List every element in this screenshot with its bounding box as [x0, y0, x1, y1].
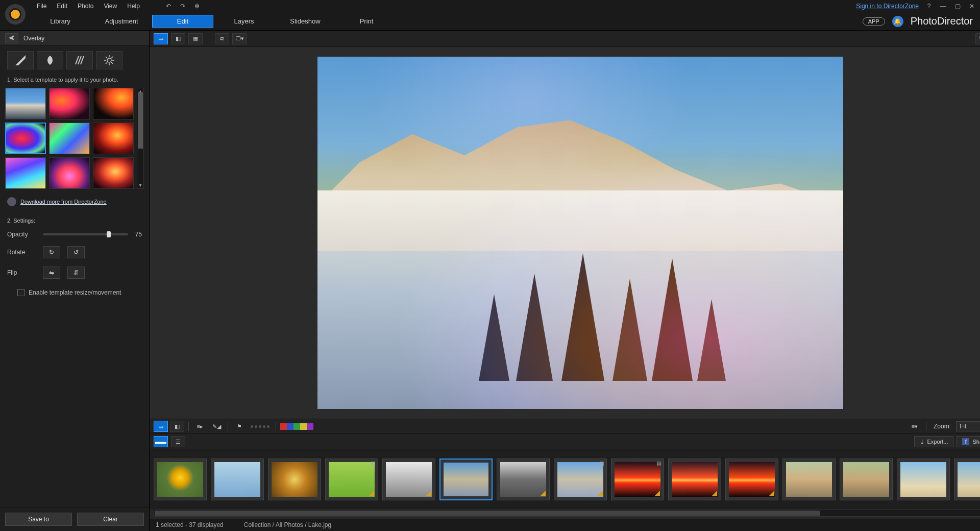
save-to-button[interactable]: Save to — [5, 513, 72, 526]
flip-horizontal-button[interactable]: ⇋ — [43, 267, 60, 279]
brand-label: PhotoDirector — [911, 15, 973, 27]
thumbnail-12[interactable] — [840, 458, 893, 500]
share-button[interactable]: f Share... ▾ — [957, 436, 980, 447]
notification-icon[interactable]: 🔔 — [892, 16, 903, 27]
maximize-icon[interactable]: ▢ — [953, 2, 962, 10]
rotate-ccw-button[interactable]: ↺ — [67, 246, 85, 258]
facebook-icon: f — [962, 438, 969, 445]
color-swatch-2[interactable] — [293, 423, 300, 430]
color-swatch-3[interactable] — [300, 423, 307, 430]
thumbnail-0[interactable] — [154, 458, 207, 500]
menu-help[interactable]: Help — [123, 2, 144, 11]
thumbnail-8[interactable]: ▤ — [611, 458, 664, 500]
template-2[interactable] — [93, 88, 134, 119]
zoom-select[interactable]: Fit — [956, 421, 980, 431]
template-8[interactable] — [93, 157, 134, 189]
scroll-thumb[interactable] — [138, 92, 143, 149]
view-grid-button[interactable]: ▦ — [188, 33, 203, 44]
thumbnail-11[interactable] — [782, 458, 836, 500]
menu-view[interactable]: View — [100, 2, 121, 11]
thumbnail-3[interactable]: ▤ — [325, 458, 378, 500]
step1-label: 1. Select a template to apply it to your… — [0, 75, 149, 88]
signin-link[interactable]: Sign in to DirectorZone — [856, 3, 919, 10]
export-button[interactable]: ⤓ Export... — [914, 436, 954, 447]
thumbnail-4[interactable] — [382, 458, 435, 500]
thumbnail-10[interactable] — [725, 458, 778, 500]
thumbnail-6[interactable] — [497, 458, 550, 500]
template-4[interactable] — [49, 123, 90, 154]
canvas[interactable] — [150, 47, 980, 419]
undo-icon[interactable]: ↶ — [164, 2, 173, 10]
flag-icon[interactable]: ⚑ — [232, 421, 247, 432]
display-mode-button[interactable]: 🖵▾ — [232, 33, 247, 44]
enable-resize-checkbox[interactable] — [17, 289, 24, 296]
tab-layers[interactable]: Layers — [213, 15, 275, 28]
list-mode-button[interactable]: ☰ — [171, 436, 185, 447]
minimize-icon[interactable]: — — [939, 2, 947, 10]
close-icon[interactable]: ✕ — [968, 2, 976, 10]
menu-photo[interactable]: Photo — [74, 2, 97, 11]
sort-icon[interactable]: ≡▾ — [908, 421, 922, 432]
tool-light-leak[interactable] — [7, 51, 34, 69]
app-logo — [5, 4, 26, 25]
redo-icon[interactable]: ↷ — [179, 2, 187, 10]
app-pill[interactable]: APP — [863, 17, 885, 26]
filmstrip-scrollbar[interactable] — [154, 510, 980, 517]
tool-scratch[interactable] — [66, 51, 93, 69]
template-scrollbar[interactable]: ▲ ▼ — [137, 88, 144, 189]
opacity-label: Opacity — [7, 231, 36, 238]
crop-icon[interactable]: ✎◢ — [209, 421, 224, 432]
help-icon[interactable]: ? — [925, 2, 933, 10]
zoom-tool-button[interactable]: 🔍 — [975, 33, 980, 44]
template-0[interactable] — [5, 88, 46, 119]
color-labels[interactable] — [280, 423, 313, 430]
rating-dots[interactable] — [251, 425, 270, 428]
menu-edit[interactable]: Edit — [53, 2, 71, 11]
step2-label: 2. Settings: — [7, 218, 142, 224]
flip-vertical-button[interactable]: ⇵ — [67, 267, 85, 279]
tab-slideshow[interactable]: Slideshow — [275, 15, 336, 28]
clear-button[interactable]: Clear — [77, 513, 144, 526]
secondary-display-button[interactable]: ⧉ — [215, 33, 229, 44]
tab-library[interactable]: Library — [30, 15, 91, 28]
thumbnail-13[interactable] — [897, 458, 950, 500]
export-label: Export... — [927, 439, 948, 445]
thumbnail-1[interactable] — [211, 458, 264, 500]
thumbnail-2[interactable] — [268, 458, 321, 500]
view-single-button[interactable]: ▭ — [154, 33, 168, 44]
tab-print[interactable]: Print — [336, 15, 397, 28]
tool-grunge[interactable] — [37, 51, 63, 69]
scroll-down-icon[interactable]: ▼ — [137, 182, 143, 188]
view-compare-button[interactable]: ◧ — [171, 33, 185, 44]
tab-edit[interactable]: Edit — [152, 15, 213, 28]
opacity-slider[interactable] — [43, 233, 128, 235]
color-swatch-0[interactable] — [280, 423, 287, 430]
histogram-icon[interactable]: ≡▸ — [193, 421, 207, 432]
template-6[interactable] — [5, 157, 46, 189]
template-7[interactable] — [49, 157, 90, 189]
tool-lens-flare[interactable] — [96, 51, 122, 69]
filmstrip[interactable]: ▤▤▤ — [150, 449, 980, 510]
zoom-label: Zoom: — [934, 423, 951, 430]
template-5[interactable] — [93, 123, 134, 154]
before-after-split-button[interactable]: ◧ — [170, 421, 184, 432]
color-swatch-1[interactable] — [287, 423, 293, 430]
opacity-value: 75 — [135, 231, 142, 238]
back-button[interactable]: ⮜ — [5, 33, 18, 43]
template-grid — [5, 88, 134, 189]
template-1[interactable] — [49, 88, 90, 119]
filmstrip-mode-button[interactable]: ▬▬ — [154, 436, 168, 447]
thumbnail-14[interactable] — [954, 458, 980, 500]
thumbnail-7[interactable]: ▤ — [554, 458, 607, 500]
tab-adjustment[interactable]: Adjustment — [91, 15, 152, 28]
color-swatch-4[interactable] — [307, 423, 313, 430]
thumbnail-9[interactable] — [668, 458, 721, 500]
svg-point-0 — [107, 58, 111, 62]
thumbnail-5[interactable] — [439, 458, 493, 500]
settings-icon[interactable]: ✼ — [193, 2, 201, 10]
template-3[interactable] — [5, 123, 46, 154]
rotate-cw-button[interactable]: ↻ — [43, 246, 60, 258]
download-more-link[interactable]: Download more from DirectorZone — [0, 189, 149, 214]
menu-file[interactable]: File — [33, 2, 51, 11]
before-after-single-button[interactable]: ▭ — [154, 421, 168, 432]
